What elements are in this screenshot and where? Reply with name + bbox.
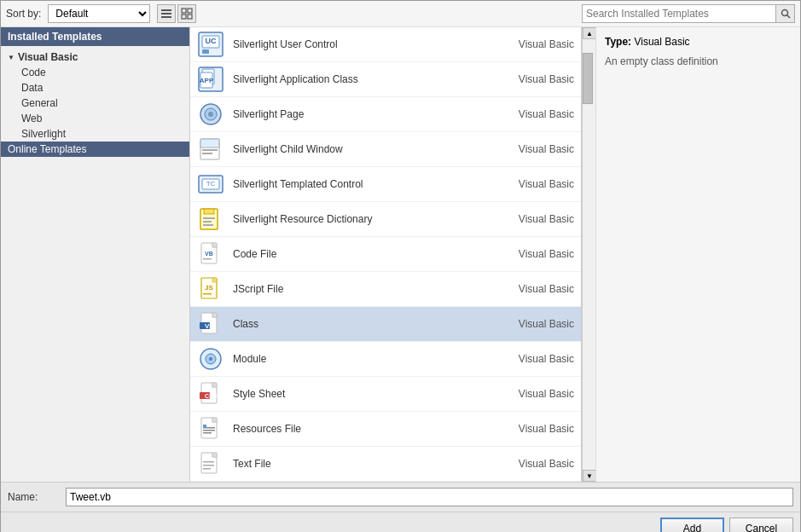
template-name: Code File (233, 248, 480, 260)
scroll-down-button[interactable]: ▼ (583, 470, 595, 482)
sort-label: Sort by: (6, 8, 41, 20)
sidebar-group-label: Visual Basic (18, 51, 78, 63)
template-name: Silverlight Templated Control (233, 178, 480, 190)
toolbar: Sort by: Default Name Type (1, 1, 800, 27)
template-icon (197, 415, 224, 442)
scroll-up-button[interactable]: ▲ (583, 27, 595, 39)
add-button[interactable]: Add (660, 518, 724, 532)
scroll-track[interactable] (583, 39, 595, 470)
scrollbar[interactable]: ▲ ▼ (582, 27, 595, 482)
cancel-button[interactable]: Cancel (729, 518, 793, 532)
list-item[interactable]: Silverlight Child Window Visual Basic (190, 132, 581, 167)
svg-rect-61 (203, 425, 206, 428)
template-name: Text File (233, 458, 480, 470)
list-item[interactable]: TC Silverlight Templated Control Visual … (190, 167, 581, 202)
svg-rect-22 (202, 149, 218, 151)
svg-rect-4 (188, 9, 192, 13)
template-icon: VB (197, 310, 224, 338)
type-description: An empty class definition (605, 55, 792, 69)
template-type: Visual Basic (489, 213, 574, 225)
list-item[interactable]: Module Visual Basic (190, 342, 581, 377)
sidebar: Installed Templates ▼ Visual Basic Code … (1, 27, 190, 482)
list-item[interactable]: Text File Visual Basic (190, 447, 581, 482)
template-type: Visual Basic (489, 143, 574, 155)
main-content: UC Silverlight User Control Visual Basic… (190, 27, 595, 482)
scroll-thumb[interactable] (583, 53, 593, 104)
name-input[interactable] (66, 488, 793, 506)
template-icon: TC (197, 171, 224, 198)
template-name: Silverlight User Control (233, 38, 480, 50)
sidebar-item-visual-basic[interactable]: ▼ Visual Basic (1, 49, 189, 65)
template-type: Visual Basic (489, 248, 574, 260)
template-icon (197, 450, 224, 477)
list-view-button[interactable] (157, 4, 176, 23)
grid-view-button[interactable] (177, 4, 196, 23)
search-button[interactable] (775, 5, 794, 22)
type-label-text: Type: (605, 36, 634, 48)
svg-rect-57 (212, 418, 217, 422)
template-icon: JS (197, 275, 224, 303)
list-item[interactable]: VB Code File Visual Basic (190, 237, 581, 272)
template-type: Visual Basic (489, 73, 574, 85)
template-type: Visual Basic (489, 38, 574, 50)
right-panel: Type: Visual Basic An empty class defini… (595, 27, 800, 482)
template-name: Resources File (233, 423, 480, 435)
content-area: Installed Templates ▼ Visual Basic Code … (1, 27, 800, 482)
template-type: Visual Basic (489, 388, 574, 400)
template-name: Style Sheet (233, 388, 480, 400)
sidebar-item-general[interactable]: General (15, 95, 189, 111)
list-item[interactable]: APP Silverlight Application Class Visual… (190, 62, 581, 97)
list-item[interactable]: Silverlight Resource Dictionary Visual B… (190, 202, 581, 237)
svg-rect-21 (200, 139, 219, 147)
svg-rect-23 (202, 153, 212, 154)
svg-rect-1 (161, 13, 171, 14)
sidebar-item-code[interactable]: Code (15, 65, 189, 80)
svg-rect-29 (203, 217, 215, 219)
sidebar-item-online-templates[interactable]: Online Templates (1, 142, 189, 157)
svg-point-49 (209, 357, 212, 361)
svg-rect-28 (204, 209, 214, 214)
template-icon (197, 205, 224, 233)
template-type: Visual Basic (489, 353, 574, 365)
svg-rect-64 (212, 453, 217, 457)
sidebar-item-silverlight[interactable]: Silverlight (15, 126, 189, 142)
template-type: Visual Basic (489, 458, 574, 470)
tree-children: Code Data General Web Silverlight (1, 65, 189, 142)
list-item[interactable]: CSS Style Sheet Visual Basic (190, 377, 581, 412)
type-value: Visual Basic (634, 36, 689, 48)
svg-rect-44 (212, 313, 217, 317)
template-icon: CSS (197, 380, 224, 408)
svg-text:JS: JS (205, 284, 213, 292)
sidebar-item-data[interactable]: Data (15, 80, 189, 95)
svg-rect-59 (203, 430, 215, 431)
list-item[interactable]: Resources File Visual Basic (190, 412, 581, 447)
sidebar-item-web[interactable]: Web (15, 111, 189, 126)
svg-text:CSS: CSS (205, 393, 218, 399)
list-item[interactable]: UC Silverlight User Control Visual Basic (190, 27, 581, 62)
list-item[interactable]: Silverlight Page Visual Basic (190, 97, 581, 132)
svg-text:VB: VB (205, 251, 213, 257)
template-name: Silverlight Child Window (233, 143, 480, 155)
search-input[interactable] (583, 5, 775, 22)
template-icon: APP (197, 66, 224, 93)
sort-select[interactable]: Default Name Type (48, 4, 150, 23)
svg-rect-41 (203, 293, 212, 295)
template-type: Visual Basic (489, 108, 574, 120)
svg-rect-5 (182, 14, 186, 19)
svg-rect-34 (212, 243, 217, 247)
online-templates-label: Online Templates (8, 143, 87, 155)
template-icon (197, 345, 224, 373)
svg-rect-39 (212, 278, 217, 282)
list-item[interactable]: JS JScript File Visual Basic (190, 272, 581, 307)
template-name: Silverlight Resource Dictionary (233, 213, 480, 225)
template-icon: VB (197, 240, 224, 268)
svg-text:VB: VB (205, 322, 214, 330)
template-icon (197, 101, 224, 128)
svg-rect-3 (182, 9, 186, 13)
name-bar: Name: (1, 482, 800, 512)
template-type: Visual Basic (489, 318, 574, 330)
svg-rect-67 (203, 468, 211, 470)
list-item[interactable]: VB Class Visual Basic (190, 307, 581, 342)
svg-rect-36 (203, 258, 212, 260)
svg-rect-65 (203, 461, 214, 463)
